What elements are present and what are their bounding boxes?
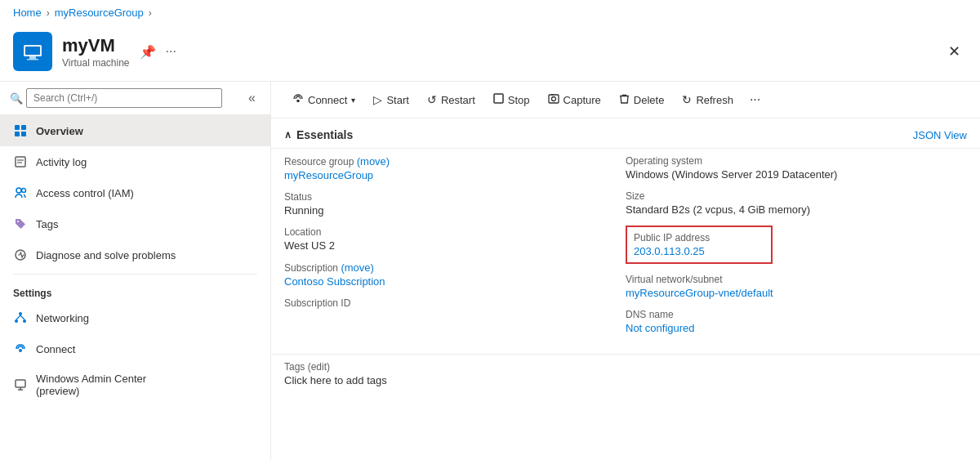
svg-point-20 [19,349,22,352]
stop-btn-label: Stop [508,94,530,106]
start-icon: ▷ [373,93,382,106]
sidebar-item-windows-label: Windows Admin Center (preview) [36,373,146,397]
dns-value[interactable]: Not configured [626,322,695,334]
sidebar: 🔍 « Overview [0,82,271,460]
access-control-icon [13,185,28,200]
sidebar-item-access-label: Access control (IAM) [36,187,134,199]
svg-rect-6 [15,132,20,136]
pin-icon[interactable]: 📌 [140,44,156,60]
json-view-link[interactable]: JSON View [913,129,967,141]
sidebar-item-connect-label: Connect [36,343,75,355]
breadcrumb-home[interactable]: Home [13,7,42,19]
tags-edit[interactable]: (edit) [308,361,330,373]
connect-btn-label: Connect [308,94,347,106]
settings-section-header: Settings [0,278,270,302]
windows-admin-icon [13,377,28,392]
toolbar: Connect ▾ ▷ Start ↺ Restart Stop [271,82,980,118]
resource-group-label: Resource group (move) [284,155,626,167]
sidebar-item-connect[interactable]: Connect [0,333,270,364]
breadcrumb-sep1: › [47,7,50,19]
capture-btn-label: Capture [564,94,601,106]
svg-rect-26 [549,95,559,103]
connect-sidebar-icon [13,342,28,356]
collapse-button[interactable]: « [243,89,261,107]
overview-icon [13,123,28,138]
capture-button[interactable]: Capture [540,89,609,111]
essentials-right: Operating system Windows (Windows Server… [626,149,967,351]
svg-point-11 [16,188,21,193]
vm-title: myVM Virtual machine [62,35,130,69]
size-value: Standard B2s (2 vcpus, 4 GiB memory) [626,203,967,216]
svg-point-16 [15,319,18,323]
sidebar-item-networking-label: Networking [36,312,89,324]
subscription-id-field: Subscription ID [284,297,626,309]
svg-point-12 [22,189,26,193]
resource-group-field: Resource group (move) myResourceGroup [284,155,626,181]
delete-icon [619,93,630,107]
search-input[interactable] [26,88,222,108]
subscription-id-label: Subscription ID [284,297,626,309]
sidebar-item-overview-label: Overview [36,125,83,137]
stop-button[interactable]: Stop [485,89,538,110]
public-ip-value[interactable]: 203.0.113.0.25 [634,245,705,257]
size-label: Size [626,190,967,202]
resource-group-move[interactable]: (move) [357,155,390,167]
svg-rect-3 [27,59,38,60]
toolbar-more-button[interactable]: ··· [743,88,767,111]
vnet-field: Virtual network/subnet myResourceGroup-v… [626,274,967,299]
svg-rect-8 [16,157,25,167]
essentials-chevron[interactable]: ∧ [284,129,292,141]
connect-icon [292,93,304,107]
subscription-label: Subscription (move) [284,261,626,274]
sidebar-item-activity-log[interactable]: Activity log [0,146,270,177]
networking-icon [13,310,28,325]
sidebar-item-access-control[interactable]: Access control (IAM) [0,177,270,208]
close-button[interactable]: ✕ [942,39,967,64]
vm-icon [13,32,52,71]
connect-button[interactable]: Connect ▾ [284,89,363,111]
breadcrumb-resource-group[interactable]: myResourceGroup [55,7,144,19]
tags-label: Tags (edit) [284,361,967,373]
refresh-icon: ↻ [682,93,692,106]
size-field: Size Standard B2s (2 vcpus, 4 GiB memory… [626,190,967,216]
delete-button[interactable]: Delete [611,89,673,111]
svg-point-27 [551,96,555,100]
svg-line-19 [20,315,24,319]
public-ip-highlight-box: Public IP address 203.0.113.0.25 [626,226,773,264]
diagnose-icon [13,248,28,262]
os-field: Operating system Windows (Windows Server… [626,155,967,181]
sidebar-item-networking[interactable]: Networking [0,302,270,333]
content-area: Connect ▾ ▷ Start ↺ Restart Stop [271,82,980,460]
vm-header: myVM Virtual machine 📌 ··· ✕ [0,25,980,82]
restart-button[interactable]: ↺ Restart [419,89,483,110]
svg-rect-21 [16,380,25,387]
tags-add-link[interactable]: Click here to add tags [284,374,387,386]
stop-icon [493,93,504,106]
svg-rect-7 [21,132,26,136]
location-label: Location [284,226,626,238]
subscription-value[interactable]: Contoso Subscription [284,275,385,288]
public-ip-field: Public IP address 203.0.113.0.25 [626,226,967,264]
header-more-icon[interactable]: ··· [166,44,176,59]
sidebar-item-windows-admin[interactable]: Windows Admin Center (preview) [0,364,270,405]
vm-name: myVM [62,35,130,56]
vnet-value[interactable]: myResourceGroup-vnet/default [626,287,773,299]
refresh-button[interactable]: ↻ Refresh [674,89,742,110]
status-label: Status [284,191,626,203]
sidebar-item-diagnose-label: Diagnose and solve problems [36,249,176,261]
essentials-title: ∧ Essentials [284,128,353,141]
subscription-move[interactable]: (move) [341,261,373,274]
tags-section: Tags (edit) Click here to add tags [271,354,980,396]
restart-btn-label: Restart [441,94,475,106]
dns-field: DNS name Not configured [626,309,967,334]
essentials-header: ∧ Essentials JSON View [271,118,980,149]
status-value: Running [284,204,626,217]
resource-group-value[interactable]: myResourceGroup [284,169,373,181]
start-button[interactable]: ▷ Start [365,89,416,110]
os-label: Operating system [626,155,967,167]
search-icon: 🔍 [10,92,23,105]
svg-line-18 [16,315,20,319]
sidebar-item-tags[interactable]: Tags [0,208,270,239]
sidebar-item-overview[interactable]: Overview [0,115,270,146]
sidebar-item-diagnose[interactable]: Diagnose and solve problems [0,239,270,270]
